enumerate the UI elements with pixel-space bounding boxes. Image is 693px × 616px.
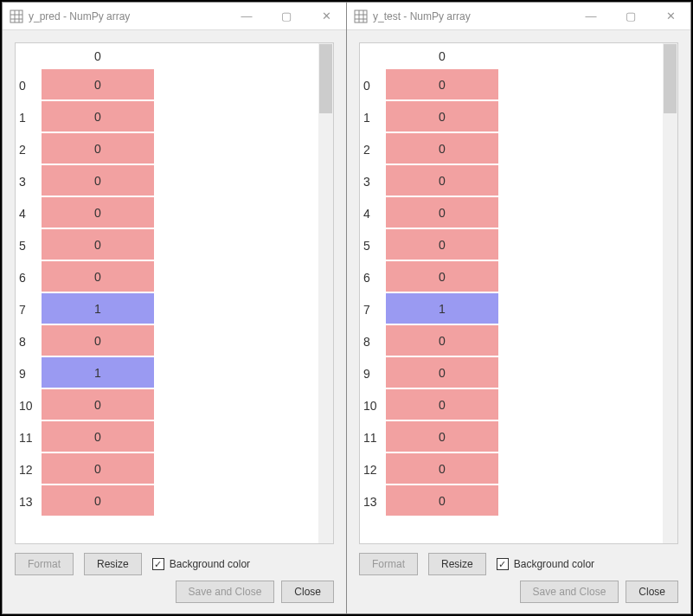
row-header[interactable]: 6 [16,261,42,293]
table-cell[interactable]: 0 [42,421,154,453]
table-cell[interactable]: 0 [386,101,498,133]
row-header[interactable]: 9 [16,357,42,389]
scrollbar[interactable] [663,43,677,543]
table-cell[interactable]: 0 [386,133,498,165]
window-title: y_pred - NumPy array [29,10,227,22]
format-button[interactable]: Format [15,553,74,575]
row-header[interactable]: 10 [16,389,42,421]
window-y-test: y_test - NumPy array — ▢ ✕ 0 00102030405… [347,2,691,614]
row-header[interactable]: 11 [360,421,386,453]
row-header[interactable]: 12 [16,453,42,485]
table-row: 20 [16,133,318,165]
table-cell[interactable]: 0 [386,165,498,197]
table-cell[interactable]: 0 [42,133,154,165]
row-header[interactable]: 5 [16,229,42,261]
row-header[interactable]: 0 [360,69,386,101]
row-header[interactable]: 10 [360,389,386,421]
maximize-button[interactable]: ▢ [611,3,651,30]
table-row: 130 [16,485,318,517]
table-cell[interactable]: 0 [386,357,498,389]
table-cell[interactable]: 0 [386,389,498,421]
minimize-button[interactable]: — [571,3,611,30]
table-row: 120 [16,453,318,485]
close-window-button[interactable]: ✕ [306,3,346,30]
resize-button[interactable]: Resize [428,553,486,575]
row-header[interactable]: 12 [360,453,386,485]
titlebar[interactable]: y_pred - NumPy array — ▢ ✕ [3,3,346,30]
data-rows-0: 00102030405060718091100110120130 [16,69,318,517]
save-and-close-button[interactable]: Save and Close [520,581,619,603]
table-cell[interactable]: 1 [42,293,154,325]
table-cell[interactable]: 1 [42,357,154,389]
scrollbar-thumb[interactable] [319,44,332,113]
row-header[interactable]: 4 [360,197,386,229]
row-header[interactable]: 3 [16,165,42,197]
scrollbar[interactable] [318,43,333,543]
format-button[interactable]: Format [359,553,418,575]
grid-icon [10,10,23,23]
array-table: 0 00102030405060718091100110120130 [15,42,334,544]
row-header[interactable]: 0 [16,69,42,101]
footer-row: Save and Close Close [359,581,678,613]
row-header[interactable]: 13 [360,485,386,517]
checkbox-label: Background color [514,558,594,570]
titlebar[interactable]: y_test - NumPy array — ▢ ✕ [347,3,690,30]
table-row: 80 [16,325,318,357]
row-header[interactable]: 2 [360,133,386,165]
row-header[interactable]: 3 [360,165,386,197]
table-row: 20 [360,133,663,165]
table-cell[interactable]: 1 [386,293,498,325]
row-header[interactable]: 13 [16,485,42,517]
row-header[interactable]: 5 [360,229,386,261]
table-cell[interactable]: 0 [42,453,154,485]
window-body: 0 00102030405060718090100110120130 Forma… [347,30,690,613]
table-cell[interactable]: 0 [386,261,498,293]
table-cell[interactable]: 0 [42,101,154,133]
table-cell[interactable]: 0 [42,197,154,229]
row-header[interactable]: 4 [16,197,42,229]
row-header[interactable]: 2 [16,133,42,165]
table-cell[interactable]: 0 [42,229,154,261]
table-cell[interactable]: 0 [42,261,154,293]
table-cell[interactable]: 0 [386,325,498,357]
close-button[interactable]: Close [626,581,678,603]
table-row: 120 [360,453,663,485]
table-cell[interactable]: 0 [42,485,154,517]
save-and-close-button[interactable]: Save and Close [176,581,275,603]
table-cell[interactable]: 0 [42,325,154,357]
table-cell[interactable]: 0 [386,229,498,261]
column-header[interactable]: 0 [386,43,498,69]
grid-icon [354,10,368,23]
minimize-button[interactable]: — [227,3,266,30]
row-header[interactable]: 7 [16,293,42,325]
column-header[interactable]: 0 [42,43,154,69]
table-cell[interactable]: 0 [386,69,498,101]
table-cell[interactable]: 0 [386,197,498,229]
row-header[interactable]: 1 [16,101,42,133]
resize-button[interactable]: Resize [84,553,142,575]
maximize-button[interactable]: ▢ [266,3,306,30]
table-cell[interactable]: 0 [42,389,154,421]
table-cell[interactable]: 0 [386,453,498,485]
table-cell[interactable]: 0 [386,485,498,517]
close-button[interactable]: Close [281,581,334,603]
window-body: 0 00102030405060718091100110120130 Forma… [3,30,346,613]
row-header[interactable]: 8 [16,325,42,357]
background-color-checkbox[interactable]: ✓ Background color [152,558,250,570]
table-row: 90 [360,357,663,389]
table-cell[interactable]: 0 [42,165,154,197]
row-header[interactable]: 6 [360,261,386,293]
row-header[interactable]: 11 [16,421,42,453]
data-rows-1: 00102030405060718090100110120130 [360,69,663,517]
table-cell[interactable]: 0 [386,421,498,453]
row-header[interactable]: 1 [360,101,386,133]
table-cell[interactable]: 0 [42,69,154,101]
checkbox-label: Background color [170,558,250,570]
row-header[interactable]: 7 [360,293,386,325]
table-row: 10 [360,101,663,133]
background-color-checkbox[interactable]: ✓ Background color [497,558,594,570]
row-header[interactable]: 8 [360,325,386,357]
scrollbar-thumb[interactable] [664,44,677,113]
close-window-button[interactable]: ✕ [651,3,690,30]
row-header[interactable]: 9 [360,357,386,389]
